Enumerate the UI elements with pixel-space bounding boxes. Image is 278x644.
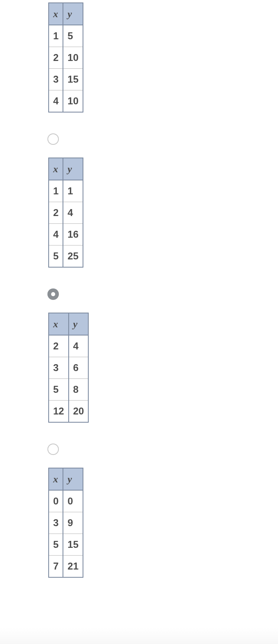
- cell-x: 12: [49, 401, 69, 423]
- radio-wrap: [47, 133, 278, 145]
- table-row: 210: [49, 47, 83, 69]
- col-header-x: x: [49, 3, 63, 25]
- col-header-x: x: [49, 313, 69, 335]
- options-list: xy15210315410xy1124416525xy2436581220xy0…: [0, 2, 278, 578]
- cell-y: 9: [63, 512, 83, 534]
- col-header-x: x: [49, 158, 63, 180]
- cell-x: 2: [49, 47, 63, 69]
- table-row: 416: [49, 224, 83, 245]
- xy-table: xy1124416525: [48, 158, 83, 268]
- cell-x: 5: [49, 245, 63, 268]
- cell-y: 15: [63, 534, 83, 556]
- cell-y: 0: [63, 490, 83, 512]
- table-header-row: xy: [49, 313, 88, 335]
- answer-option: xy0039515721: [48, 443, 278, 578]
- cell-x: 2: [49, 202, 63, 224]
- xy-table: xy0039515721: [48, 468, 83, 578]
- table-row: 525: [49, 245, 83, 268]
- radio-wrap: [47, 443, 278, 455]
- cell-y: 4: [63, 202, 83, 224]
- cell-y: 16: [63, 224, 83, 245]
- cell-x: 0: [49, 490, 63, 512]
- cell-x: 7: [49, 556, 63, 578]
- cell-y: 8: [69, 379, 89, 401]
- table-row: 11: [49, 180, 83, 202]
- table-row: 00: [49, 490, 83, 512]
- radio-wrap: [47, 288, 278, 300]
- cell-x: 5: [49, 534, 63, 556]
- col-header-y: y: [63, 3, 83, 25]
- cell-x: 1: [49, 25, 63, 47]
- cell-x: 4: [49, 90, 63, 113]
- radio-button[interactable]: [47, 133, 59, 145]
- radio-button[interactable]: [47, 444, 59, 455]
- cell-y: 10: [63, 47, 83, 69]
- cell-y: 10: [63, 90, 83, 113]
- xy-table: xy15210315410: [48, 2, 83, 113]
- table-row: 410: [49, 90, 83, 113]
- table-row: 315: [49, 69, 83, 90]
- col-header-y: y: [69, 313, 89, 335]
- table-header-row: xy: [49, 3, 83, 25]
- table-row: 24: [49, 202, 83, 224]
- cell-y: 6: [69, 357, 89, 379]
- cell-x: 1: [49, 180, 63, 202]
- cell-y: 25: [63, 245, 83, 268]
- xy-table: xy2436581220: [48, 313, 89, 423]
- radio-button[interactable]: [47, 288, 59, 300]
- cell-x: 5: [49, 379, 69, 401]
- cell-y: 1: [63, 180, 83, 202]
- table-row: 1220: [49, 401, 88, 423]
- cell-y: 4: [69, 335, 89, 357]
- col-header-y: y: [63, 158, 83, 180]
- cell-x: 3: [49, 512, 63, 534]
- cell-x: 2: [49, 335, 69, 357]
- answer-option: xy15210315410: [48, 2, 278, 113]
- table-row: 24: [49, 335, 88, 357]
- table-row: 721: [49, 556, 83, 578]
- table-row: 15: [49, 25, 83, 47]
- col-header-x: x: [49, 468, 63, 490]
- cell-x: 4: [49, 224, 63, 245]
- table-header-row: xy: [49, 158, 83, 180]
- answer-option: xy1124416525: [48, 133, 278, 268]
- cell-x: 3: [49, 69, 63, 90]
- cell-y: 15: [63, 69, 83, 90]
- table-row: 39: [49, 512, 83, 534]
- cell-y: 21: [63, 556, 83, 578]
- answer-option: xy2436581220: [48, 288, 278, 423]
- table-row: 515: [49, 534, 83, 556]
- cell-x: 3: [49, 357, 69, 379]
- table-row: 58: [49, 379, 88, 401]
- cell-y: 5: [63, 25, 83, 47]
- table-header-row: xy: [49, 468, 83, 490]
- cell-y: 20: [69, 401, 89, 423]
- col-header-y: y: [63, 468, 83, 490]
- table-row: 36: [49, 357, 88, 379]
